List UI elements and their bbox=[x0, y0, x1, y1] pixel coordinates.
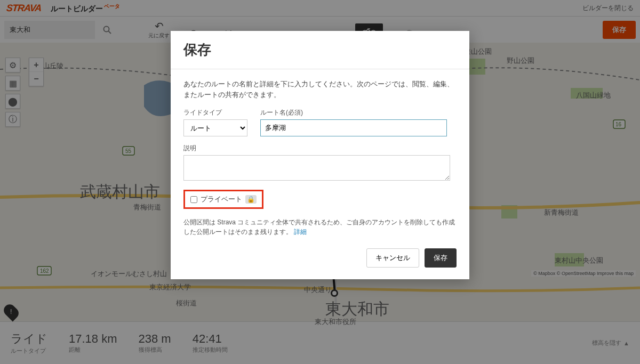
privacy-note-link[interactable]: 詳細 bbox=[294, 228, 307, 236]
private-checkbox[interactable] bbox=[190, 196, 197, 203]
modal-save-button[interactable]: 保存 bbox=[425, 248, 457, 268]
description-textarea[interactable] bbox=[183, 155, 450, 181]
modal-overlay: 保存 あなたのルートの名前と詳細を下に入力してください。次のページでは、閲覧、編… bbox=[0, 0, 640, 364]
lock-icon: 🔒 bbox=[245, 195, 257, 204]
ride-type-label: ライドタイプ bbox=[183, 108, 247, 117]
ride-type-select[interactable]: ルート bbox=[183, 119, 247, 136]
save-modal: 保存 あなたのルートの名前と詳細を下に入力してください。次のページでは、閲覧、編… bbox=[171, 31, 469, 279]
privacy-note: 公開区間は Strava コミュニティ全体で共有されるため、ご自身のアカウントを… bbox=[183, 217, 457, 237]
privacy-note-text: 公開区間は Strava コミュニティ全体で共有されるため、ご自身のアカウントを… bbox=[183, 219, 455, 236]
route-name-label: ルート名(必須) bbox=[260, 108, 447, 117]
cancel-button[interactable]: キャンセル bbox=[366, 248, 419, 268]
modal-body: あなたのルートの名前と詳細を下に入力してください。次のページでは、閲覧、編集、ま… bbox=[171, 69, 469, 279]
modal-actions: キャンセル 保存 bbox=[183, 248, 457, 268]
modal-description: あなたのルートの名前と詳細を下に入力してください。次のページでは、閲覧、編集、ま… bbox=[183, 79, 457, 100]
private-label: プライベート bbox=[201, 195, 242, 204]
modal-header: 保存 bbox=[171, 31, 469, 69]
ride-type-field: ライドタイプ ルート bbox=[183, 108, 247, 136]
modal-title: 保存 bbox=[183, 41, 457, 59]
private-checkbox-wrap[interactable]: プライベート 🔒 bbox=[183, 190, 263, 209]
description-label: 説明 bbox=[183, 144, 457, 153]
route-name-field: ルート名(必須) bbox=[260, 108, 447, 136]
route-name-input[interactable] bbox=[260, 119, 447, 136]
